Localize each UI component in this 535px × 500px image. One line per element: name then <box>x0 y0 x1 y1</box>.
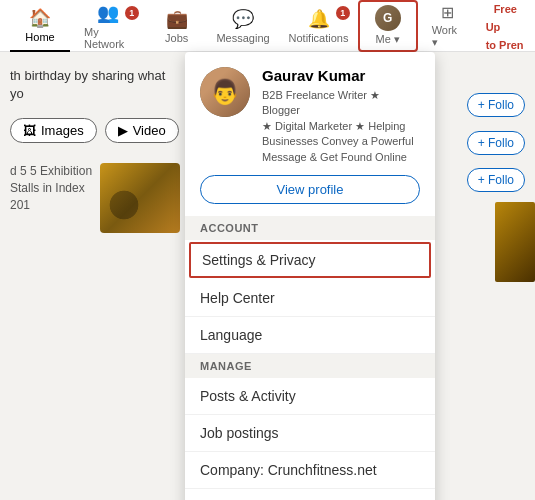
free-upgrade[interactable]: Free Upto Pren <box>486 0 527 53</box>
work-icon: ⊞ <box>441 3 454 22</box>
manage-section-header: MANAGE <box>185 354 435 378</box>
images-icon: 🖼 <box>23 123 36 138</box>
dropdown-user-info: Gaurav Kumar B2B Freelance Writer ★ Blog… <box>262 67 420 165</box>
images-filter-button[interactable]: 🖼 Images <box>10 118 97 143</box>
help-center-label: Help Center <box>200 290 275 306</box>
free-upgrade-label: Free Upto Pren <box>486 3 524 51</box>
language-label: Language <box>200 327 262 343</box>
nav-notifications-label: Notifications <box>289 32 349 44</box>
me-avatar: G <box>375 5 401 31</box>
video-filter-button[interactable]: ▶ Video <box>105 118 179 143</box>
network-icon: 👥 <box>97 2 119 24</box>
nav-jobs[interactable]: 💼 Jobs <box>147 0 207 52</box>
dropdown-avatar: 👨 <box>200 67 250 117</box>
nav-notifications[interactable]: 🔔 Notifications 1 <box>279 0 357 52</box>
left-column: th birthday by sharing what yo 🖼 Images … <box>0 52 190 500</box>
help-center-item[interactable]: Help Center <box>185 280 435 317</box>
nav-home[interactable]: 🏠 Home <box>10 0 70 52</box>
dropdown-user-description: B2B Freelance Writer ★ Blogger★ Digital … <box>262 88 420 165</box>
language-item[interactable]: Language <box>185 317 435 354</box>
notifications-icon: 🔔 <box>308 8 330 30</box>
sign-out-item[interactable]: Sign out <box>185 489 435 500</box>
notifications-badge: 1 <box>336 6 350 20</box>
job-postings-label: Job postings <box>200 425 279 441</box>
nav-messaging[interactable]: 💬 Messaging <box>207 0 280 52</box>
nav-my-network[interactable]: 👥 My Network 1 <box>70 0 147 52</box>
avatar-silhouette: 👨 <box>200 67 250 117</box>
navbar: 🏠 Home 👥 My Network 1 💼 Jobs 💬 Messaging… <box>0 0 535 52</box>
follow-button-3[interactable]: + Follo <box>467 168 525 192</box>
side-thumbnail <box>495 202 535 282</box>
messaging-icon: 💬 <box>232 8 254 30</box>
jobs-icon: 💼 <box>166 8 188 30</box>
follow-button-2[interactable]: + Follo <box>467 131 525 155</box>
nav-home-label: Home <box>25 31 54 43</box>
account-section-header: ACCOUNT <box>185 216 435 240</box>
posts-activity-label: Posts & Activity <box>200 388 296 404</box>
settings-privacy-label: Settings & Privacy <box>202 252 316 268</box>
images-label: Images <box>41 123 84 138</box>
network-badge: 1 <box>125 6 139 20</box>
nav-work-label: Work ▾ <box>432 24 464 49</box>
video-label: Video <box>133 123 166 138</box>
company-label: Company: Crunchfitness.net <box>200 462 377 478</box>
dropdown-header: 👨 Gaurav Kumar B2B Freelance Writer ★ Bl… <box>185 52 435 175</box>
dropdown-username: Gaurav Kumar <box>262 67 420 84</box>
follow-button-1[interactable]: + Follo <box>467 93 525 117</box>
dropdown-menu: 👨 Gaurav Kumar B2B Freelance Writer ★ Bl… <box>185 52 435 500</box>
settings-privacy-item[interactable]: Settings & Privacy <box>189 242 431 278</box>
post-text: d 5 5 Exhibition Stalls in Index 201 <box>10 163 94 213</box>
job-postings-item[interactable]: Job postings <box>185 415 435 452</box>
nav-me-label: Me ▾ <box>375 33 399 46</box>
nav-items: 🏠 Home 👥 My Network 1 💼 Jobs 💬 Messaging… <box>10 0 527 53</box>
post-image <box>100 163 180 233</box>
view-profile-link[interactable]: View profile <box>200 175 420 204</box>
post-image-inner <box>100 163 180 233</box>
post-preview: d 5 5 Exhibition Stalls in Index 201 <box>10 163 180 233</box>
nav-messaging-label: Messaging <box>216 32 269 44</box>
birthday-text: th birthday by sharing what yo <box>10 67 180 103</box>
nav-jobs-label: Jobs <box>165 32 188 44</box>
post-text-content: d 5 <box>10 164 30 178</box>
filter-row: 🖼 Images ▶ Video <box>10 118 180 143</box>
nav-network-label: My Network <box>84 26 133 50</box>
nav-me[interactable]: G Me ▾ <box>358 0 418 52</box>
nav-work[interactable]: ⊞ Work ▾ <box>418 0 478 52</box>
video-icon: ▶ <box>118 123 128 138</box>
company-item[interactable]: Company: Crunchfitness.net <box>185 452 435 489</box>
home-icon: 🏠 <box>29 7 51 29</box>
posts-activity-item[interactable]: Posts & Activity <box>185 378 435 415</box>
